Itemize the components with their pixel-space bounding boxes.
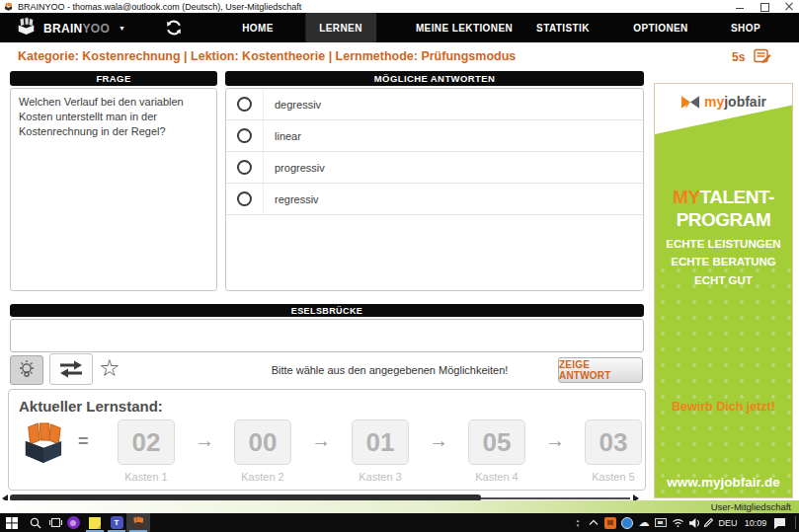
sync-button[interactable] — [165, 19, 183, 37]
sticky-notes-icon[interactable] — [83, 513, 107, 532]
timer-value: 5s — [732, 50, 745, 64]
answer-label: regressiv — [264, 184, 319, 214]
teams-icon[interactable]: T — [105, 513, 128, 532]
ad-benefits: ECHTE LEISTUNGEN ECHTE BERATUNG ECHT GUT — [655, 235, 792, 289]
kasten-5-count: 03 — [585, 419, 642, 465]
nav-statistik[interactable]: STATISTIK — [536, 13, 590, 42]
kasten-1-label: Kasten 1 — [118, 471, 175, 483]
myjobfair-logo: myjobfair — [655, 94, 792, 110]
horizontal-scrollbar-track[interactable] — [481, 497, 630, 499]
brainyoo-logo-icon — [16, 17, 37, 38]
arrow-right-icon: → — [195, 429, 214, 452]
answer-option-regressiv[interactable]: regressiv — [226, 184, 643, 215]
nav-lernen[interactable]: LERNEN — [305, 13, 376, 42]
arrow-right-icon: → — [429, 429, 448, 452]
question-text: Welchen Verlauf bei den variablen Kosten… — [10, 88, 217, 291]
network-wifi-icon[interactable] — [670, 513, 685, 532]
nav-home[interactable]: HOME — [242, 13, 274, 42]
hint-bulb-button[interactable] — [10, 355, 43, 385]
learning-state-title: Aktueller Lernstand: — [19, 398, 163, 415]
brainyoo-taskbar-icon[interactable] — [126, 513, 150, 532]
radio-button[interactable] — [237, 160, 252, 175]
question-panel-header: FRAGE — [10, 71, 217, 86]
window-titlebar: BRAINYOO - thomas.wala@outlook.com (Deut… — [0, 0, 799, 13]
close-button[interactable] — [785, 3, 793, 11]
mnemonic-content — [10, 319, 644, 352]
membership-status: User-Mitgliedschaft — [711, 501, 791, 512]
answer-label: progressiv — [264, 152, 325, 183]
tray-brainyoo-icon[interactable] — [602, 513, 618, 532]
kasten-3-label: Kasten 3 — [352, 471, 409, 483]
answers-panel-header: MÖGLICHE ANTWORTEN — [225, 71, 644, 86]
kasten-1-count: 02 — [118, 419, 175, 465]
breadcrumb: Kategorie: Kostenrechnung | Lektion: Kos… — [18, 49, 516, 63]
window-title: BRAINYOO - thomas.wala@outlook.com (Deut… — [18, 2, 301, 12]
equals-sign: = — [78, 431, 89, 452]
purple-app-icon[interactable] — [61, 513, 85, 532]
windows-taskbar: T ▴▾ ☁ DEU 10:09 — [0, 513, 799, 532]
flip-card-button[interactable] — [49, 353, 93, 385]
myjobfair-ad-banner[interactable]: myjobfair MYTALENT- PROGRAM ECHTE LEISTU… — [654, 83, 793, 498]
chevron-down-icon: ▼ — [119, 25, 125, 32]
start-button[interactable] — [0, 513, 24, 532]
breadcrumb-row: Kategorie: Kostenrechnung | Lektion: Kos… — [0, 42, 799, 70]
answer-label: degressiv — [264, 89, 321, 119]
brand-menu[interactable]: BRAINYOO ▼ — [16, 13, 125, 42]
kasten-4-count: 05 — [468, 419, 525, 465]
radio-button[interactable] — [237, 97, 252, 112]
answer-option-linear[interactable]: linear — [226, 120, 643, 152]
nav-optionen[interactable]: OPTIONEN — [633, 13, 687, 42]
tray-chevron-up-icon[interactable] — [587, 513, 600, 532]
nav-meine-lektionen[interactable]: MEINE LEKTIONEN — [416, 13, 513, 42]
pen-icon[interactable] — [701, 513, 715, 532]
show-desktop-button[interactable] — [795, 516, 796, 529]
brainyoo-window: BRAINYOO - thomas.wala@outlook.com (Deut… — [0, 0, 799, 532]
tray-shield-icon[interactable] — [619, 513, 635, 532]
ad-headline: MYTALENT- PROGRAM — [655, 186, 792, 231]
maximize-button[interactable] — [760, 3, 768, 11]
kasten-2-label: Kasten 2 — [234, 471, 291, 483]
edit-note-icon[interactable] — [753, 46, 772, 66]
answer-option-progressiv[interactable]: progressiv — [226, 152, 643, 184]
ad-url[interactable]: www.myjobfair.de — [655, 475, 792, 490]
answers-panel: MÖGLICHE ANTWORTEN degressiv linear prog… — [225, 71, 644, 291]
radio-button[interactable] — [237, 128, 252, 143]
arrow-right-icon: → — [545, 429, 565, 452]
clock[interactable]: 10:09 — [741, 513, 770, 532]
minimize-button[interactable] — [736, 3, 744, 11]
tray-scroll-spinner[interactable]: ▴▾ — [573, 513, 583, 532]
brand-name: BRAIN — [43, 22, 83, 36]
volume-icon[interactable] — [686, 513, 702, 532]
app-icon — [4, 2, 13, 11]
action-center-icon[interactable] — [770, 513, 788, 532]
ad-cta[interactable]: Bewirb Dich jetzt! — [655, 400, 792, 414]
arrow-right-icon: → — [311, 429, 331, 452]
star-favorite-button[interactable]: ☆ — [99, 353, 120, 383]
answer-option-degressiv[interactable]: degressiv — [226, 89, 643, 120]
learning-state-panel: Aktueller Lernstand: = 02 Kasten 1 → 00 … — [8, 389, 646, 491]
cardbox-icon — [21, 421, 66, 463]
radio-button[interactable] — [237, 191, 252, 206]
question-panel: FRAGE Welchen Verlauf bei den variablen … — [10, 71, 217, 291]
app-statusbar: User-Mitgliedschaft — [0, 500, 799, 513]
kasten-2-count: 00 — [234, 419, 291, 465]
mnemonic-panel-header: ESELSBRÜCKE — [10, 304, 644, 317]
kasten-4-label: Kasten 4 — [468, 471, 525, 483]
tray-window-icon[interactable] — [653, 513, 669, 532]
language-indicator[interactable]: DEU — [715, 513, 741, 532]
answer-label: linear — [264, 120, 301, 151]
mnemonic-panel: ESELSBRÜCKE — [10, 304, 644, 352]
kasten-5-label: Kasten 5 — [585, 471, 642, 483]
nav-shop[interactable]: SHOP — [731, 13, 760, 42]
show-answer-button[interactable]: ZEIGE ANTWORT — [558, 357, 643, 383]
kasten-3-count: 01 — [352, 419, 409, 465]
ad-background — [655, 105, 793, 498]
main-navbar: BRAINYOO ▼ HOME LERNEN MEINE LEKTIONEN S… — [0, 13, 799, 42]
onedrive-cloud-icon[interactable]: ☁ — [636, 513, 652, 532]
